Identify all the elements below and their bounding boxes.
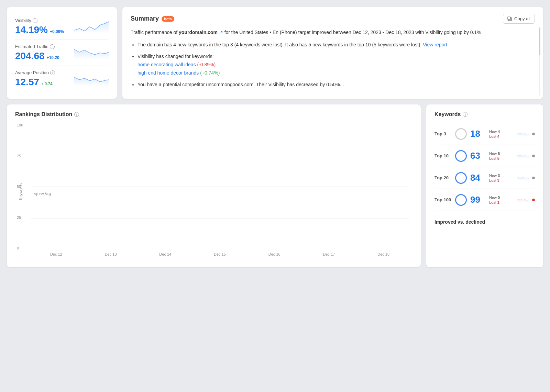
kw2-change: (+0.74%) [200, 70, 220, 76]
kw-top100-lost: Lost 1 [489, 200, 513, 204]
x-label-dec15: Dec 15 [194, 252, 245, 256]
kw-top20-dot [532, 177, 535, 179]
kw-top100-circle [455, 194, 467, 206]
kw-top3-value: 18 [470, 128, 486, 139]
kw-top10-value: 63 [470, 150, 486, 161]
traffic-change: +10.20 [47, 55, 59, 60]
kw-top20-value: 84 [470, 172, 486, 183]
kw-row-top100: Top 100 99 New 0 Lost 1 [434, 189, 535, 211]
kw-top10-label: Top 10 [434, 153, 452, 158]
kw-top100-new: New 0 [489, 195, 513, 200]
summary-bullet-2: Visibility has changed for keywords: hom… [138, 53, 532, 77]
x-labels: Dec 12 Dec 13 Dec 14 Dec 15 Dec 16 Dec 1… [31, 252, 409, 256]
copy-all-button[interactable]: Copy all [503, 14, 535, 24]
traffic-label: Estimated Traffic i [15, 44, 74, 49]
summary-header: Summary beta Copy all [131, 14, 535, 24]
visibility-change: +0.09% [50, 29, 64, 34]
kw-row-top20: Top 20 84 New 3 Lost 3 [434, 167, 535, 189]
summary-content: Traffic performance of yourdomain.com ↗ … [131, 29, 535, 92]
summary-intro: Traffic performance of yourdomain.com ↗ … [131, 29, 532, 36]
svg-rect-1 [508, 17, 510, 20]
kw-top3-dot [532, 133, 535, 135]
keywords-info-icon[interactable]: i [463, 112, 468, 117]
chart-wrapper: Keywords 100 75 50 25 0 [15, 123, 412, 260]
y-tick-25: 25 [17, 215, 23, 220]
scrollbar-thumb[interactable] [539, 27, 540, 55]
kw-top10-sparkline [517, 150, 529, 162]
position-sparkline [74, 72, 109, 86]
kw-top3-lost: Lost 4 [489, 134, 513, 138]
visibility-label: Visibility i [15, 18, 74, 23]
position-metric: Average Position i 12.57 ↑ 0.74 [15, 66, 109, 92]
kw-top20-new: New 3 [489, 173, 513, 178]
x-label-dec14: Dec 14 [140, 252, 191, 256]
kw-top10-stats: New 5 Lost 5 [489, 152, 513, 160]
rankings-info-icon[interactable]: i [74, 112, 79, 117]
summary-bullet-1: The domain has 4 new keywords in the top… [138, 41, 532, 49]
improved-vs-declined-title: Improved vs. declined [434, 216, 535, 225]
view-report-link[interactable]: View report [423, 42, 447, 47]
position-change: ↑ 0.74 [41, 81, 53, 86]
rankings-card: Rankings Distribution i Keywords 100 75 … [7, 104, 421, 267]
kw-top20-stats: New 3 Lost 3 [489, 173, 513, 182]
kw1-change: (-0.89%) [197, 62, 216, 67]
kw-row-top10: Top 10 63 New 5 Lost 5 [434, 145, 535, 167]
visibility-sparkline [74, 20, 109, 34]
position-info-icon[interactable]: i [50, 70, 55, 75]
chart-area: 100 75 50 25 0 [31, 123, 409, 250]
kw-top3-sparkline [517, 128, 529, 140]
position-label: Average Position i [15, 70, 74, 75]
y-tick-0: 0 [17, 246, 23, 250]
kw-top10-new: New 5 [489, 152, 513, 156]
kw-top10-dot [532, 155, 535, 157]
kw-top100-sparkline [517, 194, 529, 206]
traffic-sparkline [74, 46, 109, 60]
traffic-value: 204.68 +10.20 [15, 51, 74, 61]
y-tick-75: 75 [17, 154, 23, 158]
traffic-metric: Estimated Traffic i 204.68 +10.20 [15, 40, 109, 66]
summary-list: The domain has 4 new keywords in the top… [131, 41, 532, 89]
copy-icon [507, 16, 512, 21]
x-label-dec17: Dec 17 [304, 252, 355, 256]
visibility-metric: Visibility i 14.19% +0.09% [15, 14, 109, 40]
kw-top3-label: Top 3 [434, 131, 452, 136]
traffic-info-icon[interactable]: i [50, 44, 55, 49]
summary-card: Summary beta Copy all Traffic performanc… [122, 7, 543, 99]
summary-bullet-3: You have a potential competitor uncommon… [138, 81, 532, 89]
summary-title: Summary beta [131, 15, 174, 22]
kw2-link[interactable]: high end home decor brands [138, 70, 199, 76]
domain-link[interactable]: ↗ [219, 30, 223, 35]
visibility-value: 14.19% +0.09% [15, 24, 74, 35]
kw-top100-stats: New 0 Lost 1 [489, 195, 513, 204]
x-label-dec18: Dec 18 [358, 252, 409, 256]
kw-top100-dot [532, 199, 535, 201]
beta-badge: beta [162, 16, 174, 22]
kw-top20-circle [455, 172, 467, 184]
kw-top10-circle [455, 150, 467, 162]
kw-top20-sparkline [517, 172, 529, 184]
position-value: 12.57 ↑ 0.74 [15, 77, 74, 88]
top-section: Visibility i 14.19% +0.09% Estimated Tra… [7, 7, 543, 99]
kw-top20-lost: Lost 3 [489, 178, 513, 182]
bar-groups [31, 123, 409, 250]
kw-top10-lost: Lost 5 [489, 156, 513, 160]
x-label-dec13: Dec 13 [85, 252, 136, 256]
y-tick-100: 100 [17, 123, 23, 127]
kw-top100-label: Top 100 [434, 197, 452, 202]
kw-top3-stats: New 4 Lost 4 [489, 130, 513, 138]
kw-top100-value: 99 [470, 194, 486, 205]
kw-top20-label: Top 20 [434, 175, 452, 180]
kw-top3-new: New 4 [489, 130, 513, 134]
kw1-link[interactable]: home decorating wall ideas [138, 62, 196, 67]
bottom-section: Rankings Distribution i Keywords 100 75 … [7, 104, 543, 267]
keywords-card: Keywords i Top 3 18 New 4 Lost 4 Top 10 … [426, 104, 543, 267]
rankings-title: Rankings Distribution i [15, 111, 412, 117]
keywords-title: Keywords i [434, 111, 535, 117]
visibility-info-icon[interactable]: i [33, 18, 37, 23]
y-axis-label-text: Keywords [19, 183, 23, 200]
scrollbar-track [539, 27, 540, 96]
kw-row-top3: Top 3 18 New 4 Lost 4 [434, 123, 535, 145]
x-label-dec16: Dec 16 [249, 252, 300, 256]
kw-top3-circle [455, 128, 467, 140]
x-label-dec12: Dec 12 [31, 252, 82, 256]
